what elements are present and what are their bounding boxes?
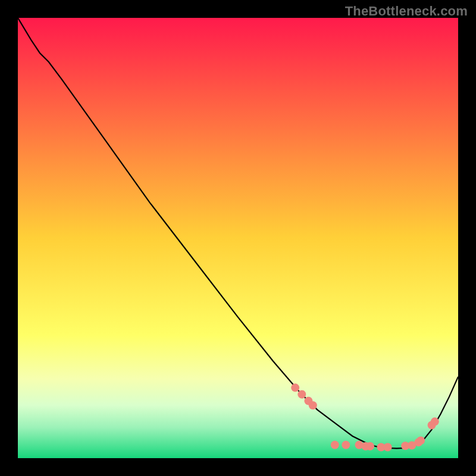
data-marker: [416, 436, 425, 444]
data-marker: [342, 441, 350, 449]
watermark-label: TheBottleneck.com: [345, 4, 468, 19]
bottleneck-chart: [18, 18, 458, 458]
data-marker: [431, 418, 439, 426]
data-marker: [331, 441, 339, 449]
data-marker: [384, 443, 392, 452]
data-marker: [298, 390, 306, 399]
chart-container: TheBottleneck.com: [0, 0, 476, 476]
gradient-background: [18, 18, 458, 458]
data-marker: [309, 401, 317, 409]
data-marker: [366, 442, 374, 450]
plot-area: [18, 18, 458, 458]
data-marker: [291, 384, 299, 392]
